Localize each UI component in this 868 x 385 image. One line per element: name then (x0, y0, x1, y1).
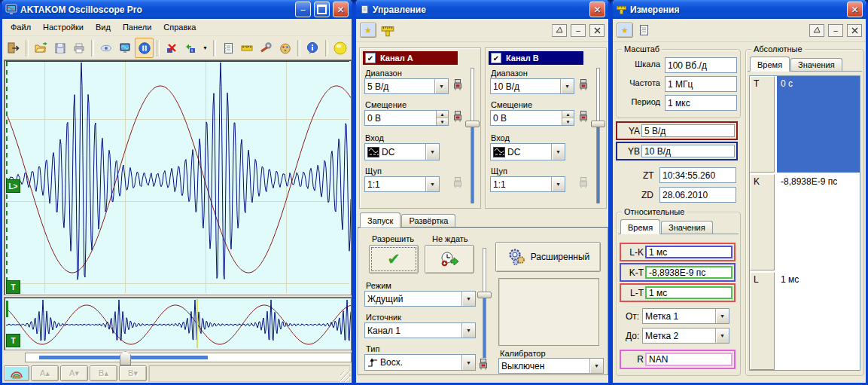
trigger-auto-icon[interactable] (478, 358, 489, 371)
channel-a-checkbox[interactable]: ✔ (365, 53, 376, 63)
open-button[interactable] (32, 38, 50, 58)
dropdown-icon[interactable]: ▼ (551, 144, 565, 160)
menu-help[interactable]: Справка (158, 21, 201, 33)
dropdown-icon[interactable]: ▼ (551, 177, 565, 191)
resize-grip[interactable] (340, 371, 351, 382)
panel-close-button[interactable] (589, 24, 605, 37)
main-titlebar[interactable]: AKTAKOM Oscilloscope Pro – ✕ (2, 0, 352, 19)
info-button[interactable] (303, 38, 321, 58)
zt-value-field[interactable]: 10:34:55.260 (659, 167, 736, 183)
absolute-tab-time[interactable]: Время (750, 57, 790, 72)
calibrator-combo[interactable]: Выключен▼ (498, 358, 604, 374)
panel-minimize-button[interactable]: – (828, 24, 843, 37)
relative-tab-time[interactable]: Время (620, 219, 660, 234)
marker-l-badge[interactable]: L> (6, 179, 20, 193)
channel-b-offset-field[interactable]: 0 В ▲▼ (490, 110, 574, 126)
palette-status-button[interactable] (4, 365, 29, 381)
source-combo[interactable]: Канал 1▼ (364, 322, 476, 338)
enable-trigger-button[interactable]: ✔ (369, 245, 419, 273)
palette-button[interactable] (276, 38, 294, 58)
dropdown-icon[interactable]: ▼ (461, 355, 475, 370)
dropdown-icon[interactable]: ▼ (560, 79, 574, 93)
dropdown-icon[interactable]: ▼ (461, 292, 475, 306)
row-k-value[interactable]: -8,8938E-9 пс (777, 174, 860, 270)
absolute-tab-values[interactable]: Значения (790, 58, 842, 71)
panel-close-button[interactable] (847, 24, 862, 37)
add-marker-button[interactable] (181, 38, 199, 58)
maximize-button[interactable] (314, 2, 330, 17)
row-l-value[interactable]: 1 мс (777, 272, 860, 370)
channel-b-input-combo[interactable]: DC ▼ (490, 143, 565, 160)
view-button[interactable] (97, 38, 115, 58)
measure-panel-button[interactable] (238, 38, 256, 58)
channel-b-down-button[interactable]: B▾ (119, 365, 147, 381)
from-combo[interactable]: Метка 1▼ (642, 308, 729, 324)
period-value-field[interactable]: 1 мкс (665, 95, 737, 111)
channel-b-checkbox[interactable]: ✔ (491, 53, 501, 63)
menu-panels[interactable]: Панели (117, 21, 157, 33)
tab-start[interactable]: Запуск (360, 212, 400, 228)
close-button[interactable]: ✕ (333, 2, 349, 17)
absolute-list[interactable]: T 0 с K -8,8938E-9 пс L 1 мс (749, 75, 860, 371)
channel-b-range-combo[interactable]: 10 В/д▼ (490, 78, 574, 94)
minimize-button[interactable]: – (295, 2, 311, 17)
to-combo[interactable]: Метка 2▼ (642, 328, 729, 344)
type-combo[interactable]: Восх. ▼ (364, 354, 476, 371)
zd-value-field[interactable]: 28.06.2010 (659, 187, 736, 203)
frequency-value-field[interactable]: 1 МГц (665, 76, 737, 92)
journal-button[interactable] (219, 38, 237, 58)
dropdown-icon[interactable]: ▼ (434, 79, 448, 93)
dropdown-icon[interactable]: ▼ (589, 359, 603, 373)
panel-float-button[interactable] (809, 24, 824, 37)
left-edge-cursor[interactable] (6, 62, 8, 293)
scale-value-field[interactable]: 100 Вб./д (665, 57, 737, 73)
pin-panel-button[interactable]: ★ (360, 23, 376, 38)
scope-main-display[interactable]: L> T (4, 60, 352, 295)
screen-button[interactable] (116, 38, 134, 58)
row-t-value[interactable]: 0 с (777, 76, 860, 173)
mode-combo[interactable]: Ждущий▼ (364, 291, 476, 307)
offset-auto-icon[interactable] (452, 110, 463, 123)
add-marker-dropdown[interactable]: ▼ (200, 38, 210, 58)
range-auto-icon[interactable] (578, 78, 589, 91)
scroll-track[interactable] (25, 353, 352, 362)
trigger-t-badge-preview[interactable]: T (6, 334, 20, 347)
dropdown-icon[interactable]: ▼ (715, 309, 729, 323)
print-button[interactable] (70, 38, 88, 58)
dropdown-icon[interactable]: ▼ (715, 328, 729, 343)
offset-spinner[interactable]: ▲▼ (436, 111, 448, 125)
channel-a-down-button[interactable]: A▾ (60, 365, 88, 381)
channel-a-input-combo[interactable]: DC ▼ (364, 143, 440, 160)
measure-titlebar[interactable]: Измерения ✕ (613, 0, 866, 19)
trigger-level-slider-thumb[interactable] (477, 292, 492, 298)
tools-button[interactable] (257, 38, 275, 58)
channel-a-up-button[interactable]: A▴ (31, 365, 59, 381)
menu-settings[interactable]: Настройки (38, 21, 89, 33)
channel-a-offset-field[interactable]: 0 В ▲▼ (364, 110, 449, 126)
preview-cursor-line[interactable] (196, 299, 198, 348)
dropdown-icon[interactable]: ▼ (425, 144, 439, 160)
extended-trigger-button[interactable]: Расширенный (495, 242, 601, 272)
range-auto-icon[interactable] (452, 78, 463, 91)
channel-a-offset-slider-thumb[interactable] (465, 121, 480, 127)
channel-b-up-button[interactable]: B▴ (90, 365, 117, 381)
save-button[interactable] (50, 38, 69, 58)
panel-minimize-button[interactable]: – (571, 24, 586, 37)
channel-a-probe-combo[interactable]: 1:1▼ (364, 176, 440, 192)
menu-view[interactable]: Вид (90, 21, 116, 33)
close-button[interactable]: ✕ (847, 2, 863, 17)
exit-button[interactable] (5, 38, 23, 58)
channel-b-offset-slider-thumb[interactable] (591, 121, 605, 127)
pause-button[interactable] (135, 38, 153, 58)
menu-file[interactable]: Файл (5, 21, 36, 33)
delete-marker-button[interactable] (163, 38, 181, 58)
offset-auto-icon[interactable] (578, 110, 589, 123)
dropdown-icon[interactable]: ▼ (425, 177, 439, 191)
scope-preview-display[interactable]: T (4, 297, 352, 350)
panel-float-button[interactable] (552, 24, 567, 37)
dropdown-icon[interactable]: ▼ (461, 323, 475, 338)
measure-link-button[interactable] (380, 23, 395, 38)
journal-link-button[interactable] (637, 23, 650, 37)
close-button[interactable]: ✕ (589, 2, 605, 17)
pin-panel-button[interactable]: ★ (617, 23, 633, 38)
